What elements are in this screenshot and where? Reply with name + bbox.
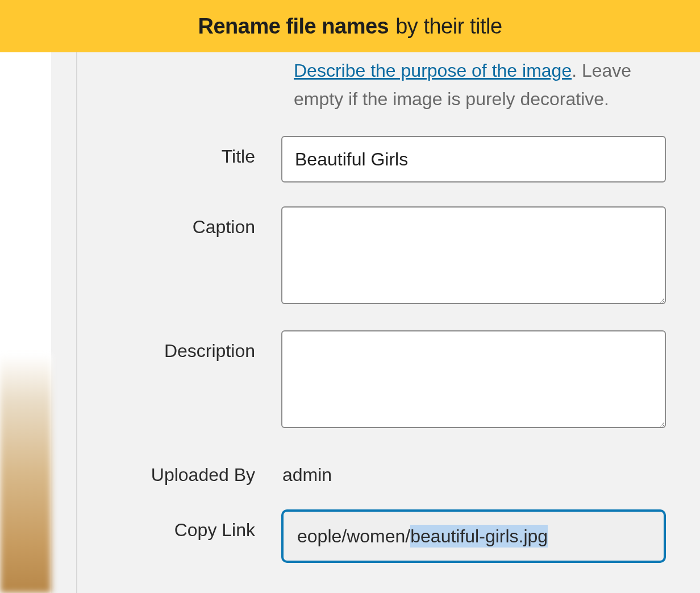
copy-link-highlight: beautiful-girls.jpg — [410, 525, 548, 548]
title-row: Title — [91, 136, 666, 183]
image-preview-strip — [0, 52, 51, 593]
attachment-details-form: Describe the purpose of the image. Leave… — [80, 52, 677, 593]
copy-link-label: Copy Link — [91, 509, 281, 541]
copy-link-text: eople/women/beautiful-girls.jpg — [297, 526, 548, 547]
title-input[interactable] — [281, 136, 666, 183]
copy-link-input[interactable]: eople/women/beautiful-girls.jpg — [281, 509, 666, 563]
alt-text-help-link[interactable]: Describe the purpose of the image — [294, 60, 572, 81]
caption-row: Caption — [91, 206, 666, 306]
vertical-divider — [76, 52, 77, 593]
banner-title-light: by their title — [395, 14, 502, 39]
description-row: Description — [91, 330, 666, 430]
image-preview-blur — [0, 354, 51, 593]
description-input[interactable] — [281, 330, 666, 428]
uploaded-by-label: Uploaded By — [91, 454, 281, 486]
banner: Rename file names by their title — [0, 0, 700, 52]
copy-link-prefix: eople/women/ — [297, 526, 410, 546]
copy-link-row: Copy Link eople/women/beautiful-girls.jp… — [91, 509, 666, 563]
caption-input[interactable] — [281, 206, 666, 304]
caption-label: Caption — [91, 206, 281, 238]
content-area: Describe the purpose of the image. Leave… — [0, 52, 700, 593]
description-label: Description — [91, 330, 281, 362]
uploaded-by-row: Uploaded By admin — [91, 454, 666, 486]
title-label: Title — [91, 136, 281, 167]
uploaded-by-value: admin — [281, 454, 666, 486]
alt-text-helper: Describe the purpose of the image. Leave… — [294, 57, 666, 136]
banner-title-bold: Rename file names — [198, 14, 389, 39]
